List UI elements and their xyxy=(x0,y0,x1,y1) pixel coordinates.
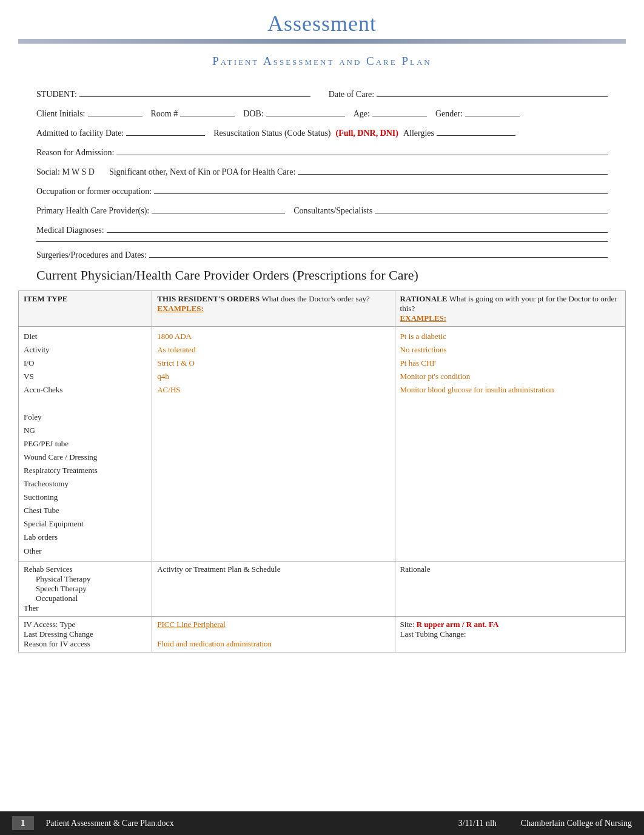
code-options: (Full, DNR, DNI) xyxy=(336,129,398,138)
item-foley: Foley xyxy=(24,411,147,424)
iv-order: PICC Line Peripheral xyxy=(157,620,226,629)
social-label: Social: M W S D xyxy=(36,167,95,177)
consultants-label: Consultants/Specialists xyxy=(293,206,372,216)
surgeries-field[interactable] xyxy=(149,247,608,258)
medical-dx-field[interactable] xyxy=(107,222,608,233)
rehab-row: Rehab Services Physical Therapy Speech T… xyxy=(19,561,626,616)
order-list: 1800 ADA As tolerated Strict I & O q4h A… xyxy=(157,330,389,397)
footer-page-number: 1 xyxy=(12,816,34,830)
footer-college: Chamberlain College of Nursing xyxy=(521,819,632,828)
item-tracheostomy: Tracheostomy xyxy=(24,477,147,491)
header-bar xyxy=(18,39,626,44)
rehab-label: Rehab Services xyxy=(24,565,73,574)
iv-tubing-label: Last Tubing Change: xyxy=(400,629,466,639)
room-label: Room # xyxy=(151,109,178,119)
student-row: STUDENT: Date of Care: xyxy=(36,86,608,99)
iv-row: IV Access: Type Last Dressing Change Rea… xyxy=(19,616,626,652)
footer: 1 Patient Assessment & Care Plan.docx 3/… xyxy=(0,811,644,835)
item-special-equipment: Special Equipment xyxy=(24,517,147,531)
orders-section-title: Current Physician/Health Care Provider O… xyxy=(36,267,608,286)
rehab-occ: Occupational xyxy=(24,594,78,603)
table-header-row: ITEM TYPE THIS RESIDENT'S ORDERS What do… xyxy=(19,291,626,327)
rationale-accu-cheks: Monitor blood glucose for insulin admini… xyxy=(400,383,620,397)
items-order-cell: 1800 ADA As tolerated Strict I & O q4h A… xyxy=(152,327,395,562)
iv-access-label: IV Access: xyxy=(24,620,58,629)
item-peg-pej: PEG/PEJ tube xyxy=(24,437,147,451)
client-row: Client Initials: Room # DOB: Age: Gender… xyxy=(36,106,608,119)
rehab-ther: Ther xyxy=(24,603,39,612)
footer-date: 3/11/11 nlh xyxy=(458,819,497,828)
col3-examples-label: EXAMPLES: xyxy=(400,314,447,323)
rationale-list: Pt is a diabetic No restrictions Pt has … xyxy=(400,330,620,397)
item-diet: Diet xyxy=(24,330,147,343)
item-accu-cheks: Accu-Cheks xyxy=(24,383,147,397)
iv-site-value: R upper arm / R ant. FA xyxy=(417,620,499,629)
item-respiratory: Respiratory Treatments xyxy=(24,464,147,477)
item-other: Other xyxy=(24,545,147,558)
dob-field[interactable] xyxy=(266,106,345,116)
date-of-care-label: Date of Care: xyxy=(329,90,374,99)
main-title: Assessment xyxy=(0,0,644,39)
rationale-activity: No restrictions xyxy=(400,343,620,357)
date-of-care-field[interactable] xyxy=(377,86,608,97)
col3-header: RATIONALE What is going on with your pt … xyxy=(395,291,625,327)
footer-filename: Patient Assessment & Care Plan.docx xyxy=(46,819,434,828)
order-vs: q4h xyxy=(157,370,389,383)
client-initials-field[interactable] xyxy=(88,106,143,116)
col2-examples-label: EXAMPLES: xyxy=(157,304,204,313)
surgeries-label: Surgeries/Procedures and Dates: xyxy=(36,250,147,260)
occupation-field[interactable] xyxy=(154,183,608,194)
student-field[interactable] xyxy=(79,86,310,97)
reason-field[interactable] xyxy=(116,144,608,155)
dob-label: DOB: xyxy=(243,109,263,119)
surgeries-row: Surgeries/Procedures and Dates: xyxy=(36,247,608,260)
primary-provider-label: Primary Health Care Provider(s): xyxy=(36,206,149,216)
item-activity: Activity xyxy=(24,343,147,357)
item-lab-orders: Lab orders xyxy=(24,531,147,544)
rehab-order-cell: Activity or Treatment Plan & Schedule xyxy=(152,561,395,616)
item-suctioning: Suctioning xyxy=(24,491,147,504)
client-initials-label: Client Initials: xyxy=(36,109,86,119)
admitted-row: Admitted to facility Date: Resuscitation… xyxy=(36,125,608,138)
col2-header: THIS RESIDENT'S ORDERS What does the Doc… xyxy=(152,291,395,327)
age-field[interactable] xyxy=(372,106,427,116)
age-label: Age: xyxy=(354,109,370,119)
order-diet: 1800 ADA xyxy=(157,330,389,343)
admitted-label: Admitted to facility Date: xyxy=(36,129,124,138)
provider-row: Primary Health Care Provider(s): Consult… xyxy=(36,203,608,216)
item-wound-care: Wound Care / Dressing xyxy=(24,451,147,464)
main-items-row: Diet Activity I/O VS Accu-Cheks Foley NG… xyxy=(19,327,626,562)
page-header: Assessment Patient Assessment and Care P… xyxy=(0,0,644,68)
resuscitation-label: Resuscitation Status (Code Status) xyxy=(213,129,330,138)
rationale-diet: Pt is a diabetic xyxy=(400,330,620,343)
significant-other-label: Significant other, Next of Kin or POA fo… xyxy=(109,167,295,177)
room-field[interactable] xyxy=(180,106,235,116)
reason-row: Reason for Admission: xyxy=(36,144,608,158)
occupation-label: Occupation or former occupation: xyxy=(36,187,152,196)
iv-reason-value: Fluid and medication administration xyxy=(157,639,272,648)
admitted-field[interactable] xyxy=(126,125,205,136)
primary-provider-field[interactable] xyxy=(152,203,285,213)
significant-other-field[interactable] xyxy=(298,164,608,175)
rationale-io: Pt has CHF xyxy=(400,357,620,370)
allergies-field[interactable] xyxy=(437,125,515,136)
items-rationale-cell: Pt is a diabetic No restrictions Pt has … xyxy=(395,327,625,562)
form-area: STUDENT: Date of Care: Client Initials: … xyxy=(0,80,644,260)
order-activity: As tolerated xyxy=(157,343,389,357)
iv-type-value: Type xyxy=(59,620,75,629)
occupation-row: Occupation or former occupation: xyxy=(36,183,608,196)
orders-table: ITEM TYPE THIS RESIDENT'S ORDERS What do… xyxy=(18,290,626,652)
allergies-label: Allergies xyxy=(403,129,434,138)
gender-field[interactable] xyxy=(465,106,520,116)
iv-order-cell: PICC Line Peripheral Fluid and medicatio… xyxy=(152,616,395,652)
iv-type-cell: IV Access: Type Last Dressing Change Rea… xyxy=(19,616,152,652)
gender-label: Gender: xyxy=(435,109,463,119)
social-row: Social: M W S D Significant other, Next … xyxy=(36,164,608,177)
consultants-field[interactable] xyxy=(375,203,608,213)
reason-label: Reason for Admission: xyxy=(36,148,114,158)
item-io: I/O xyxy=(24,357,147,370)
rehab-rationale: Rationale xyxy=(400,565,431,574)
rehab-rationale-cell: Rationale xyxy=(395,561,625,616)
medical-dx-row: Medical Diagnoses: xyxy=(36,222,608,235)
item-type-list: Diet Activity I/O VS Accu-Cheks Foley NG… xyxy=(24,330,147,558)
